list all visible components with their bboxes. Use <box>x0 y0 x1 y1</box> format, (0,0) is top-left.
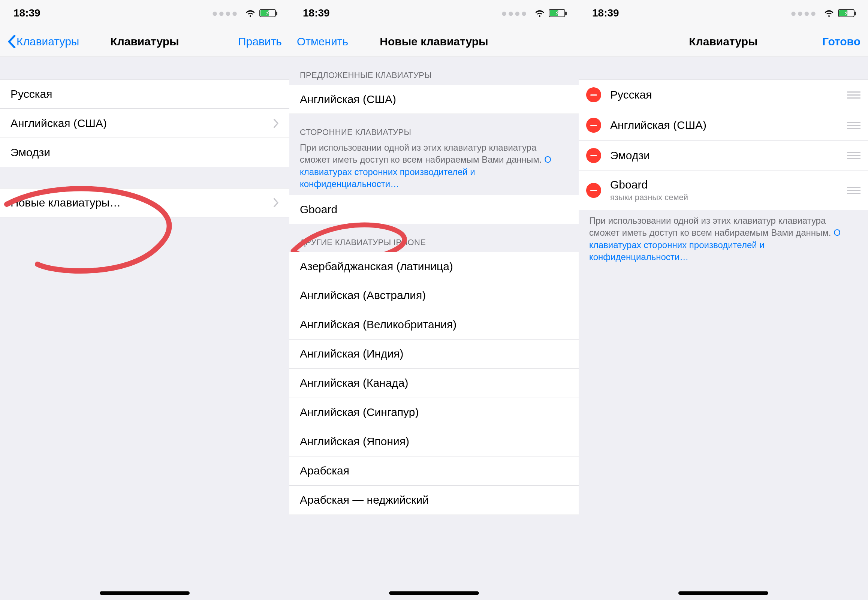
keyboard-row[interactable]: Английская (США) <box>0 109 289 138</box>
keyboard-row[interactable]: Русская <box>0 79 289 109</box>
delete-button[interactable] <box>586 87 601 102</box>
home-indicator <box>100 591 189 595</box>
section-header-thirdparty: СТОРОННИЕ КЛАВИАТУРЫ <box>289 114 579 142</box>
status-time: 18:39 <box>303 7 330 19</box>
keyboard-option-row[interactable]: Азербайджанская (латиница) <box>289 252 579 281</box>
nav-done-button[interactable]: Готово <box>822 35 860 48</box>
keyboard-option-row[interactable]: Английская (Япония) <box>289 427 579 456</box>
keyboard-option-row[interactable]: Арабская <box>289 456 579 486</box>
keyboard-option-row[interactable]: Английская (Великобритания) <box>289 310 579 339</box>
nav-bar: Клавиатуры Клавиатуры Править <box>0 26 289 57</box>
status-bar: 18:39 ●●●● ⚡︎ <box>579 0 868 26</box>
cellular-dots-icon: ●●●● <box>791 8 817 19</box>
nav-edit-button[interactable]: Править <box>238 35 282 48</box>
screen-keyboards-edit: 18:39 ●●●● ⚡︎ Клавиатуры Готово Русская … <box>579 0 868 600</box>
editable-keyboard-row: Эмодзи <box>579 141 868 171</box>
reorder-handle-icon[interactable] <box>847 122 860 129</box>
status-bar: 18:39 ●●●● ⚡︎ <box>0 0 289 26</box>
battery-icon: ⚡︎ <box>259 9 276 17</box>
nav-bar: Отменить Новые клавиатуры <box>289 26 579 57</box>
cellular-dots-icon: ●●●● <box>501 8 528 19</box>
delete-button[interactable] <box>586 148 601 163</box>
edit-keyboards-group: Русская Английская (США) Эмодзи Gboard я… <box>579 79 868 210</box>
battery-icon: ⚡︎ <box>838 9 854 17</box>
editable-keyboard-row: Русская <box>579 79 868 110</box>
nav-back-label: Клавиатуры <box>17 35 79 48</box>
status-bar: 18:39 ●●●● ⚡︎ <box>289 0 579 26</box>
status-time: 18:39 <box>592 7 619 19</box>
keyboard-row[interactable]: Эмодзи <box>0 138 289 167</box>
add-keyboard-group: Новые клавиатуры… <box>0 188 289 217</box>
battery-icon: ⚡︎ <box>549 9 565 17</box>
editable-keyboard-row: Английская (США) <box>579 110 868 141</box>
home-indicator <box>389 591 479 595</box>
keyboard-option-row[interactable]: Английская (Индия) <box>289 339 579 369</box>
screen-add-keyboard: 18:39 ●●●● ⚡︎ Отменить Новые клавиатуры … <box>289 0 579 600</box>
edit-footer: При использовании одной из этих клавиату… <box>579 210 868 268</box>
status-time: 18:39 <box>14 7 41 19</box>
section-header-other: ДРУГИЕ КЛАВИАТУРЫ IPHONE <box>289 224 579 252</box>
keyboard-option-row[interactable]: Арабская — неджийский <box>289 486 579 515</box>
minus-icon <box>590 125 597 126</box>
cellular-dots-icon: ●●●● <box>212 8 238 19</box>
editable-keyboard-row: Gboard языки разных семей <box>579 171 868 210</box>
delete-button[interactable] <box>586 118 601 133</box>
keyboard-option-row[interactable]: Английская (Канада) <box>289 369 579 398</box>
wifi-icon <box>245 9 256 17</box>
chevron-left-icon <box>8 35 16 48</box>
nav-cancel-button[interactable]: Отменить <box>297 35 348 48</box>
screen-keyboards-list: 18:39 ●●●● ⚡︎ Клавиатуры Клавиатуры Прав… <box>0 0 289 600</box>
reorder-handle-icon[interactable] <box>847 187 860 194</box>
chevron-right-icon <box>274 198 279 207</box>
keyboard-option-row[interactable]: Английская (Сингапур) <box>289 398 579 427</box>
keyboard-option-row[interactable]: Английская (США) <box>289 85 579 114</box>
reorder-handle-icon[interactable] <box>847 152 860 159</box>
section-header-suggested: ПРЕДЛОЖЕННЫЕ КЛАВИАТУРЫ <box>289 57 579 85</box>
delete-button[interactable] <box>586 183 601 198</box>
wifi-icon <box>824 9 834 17</box>
minus-icon <box>590 190 597 191</box>
keyboard-option-row[interactable]: Английская (Австралия) <box>289 281 579 310</box>
keyboard-option-gboard[interactable]: Gboard <box>289 195 579 224</box>
home-indicator <box>679 591 768 595</box>
section-footer-thirdparty: При использовании одной из этих клавиату… <box>289 142 579 195</box>
nav-back-button[interactable]: Клавиатуры <box>8 35 79 48</box>
chevron-right-icon <box>274 119 279 128</box>
wifi-icon <box>535 9 545 17</box>
nav-bar: Клавиатуры Готово <box>579 26 868 57</box>
minus-icon <box>590 155 597 156</box>
reorder-handle-icon[interactable] <box>847 91 860 98</box>
minus-icon <box>590 94 597 95</box>
current-keyboards-group: Русская Английская (США) Эмодзи <box>0 79 289 167</box>
add-new-keyboard-row[interactable]: Новые клавиатуры… <box>0 188 289 217</box>
